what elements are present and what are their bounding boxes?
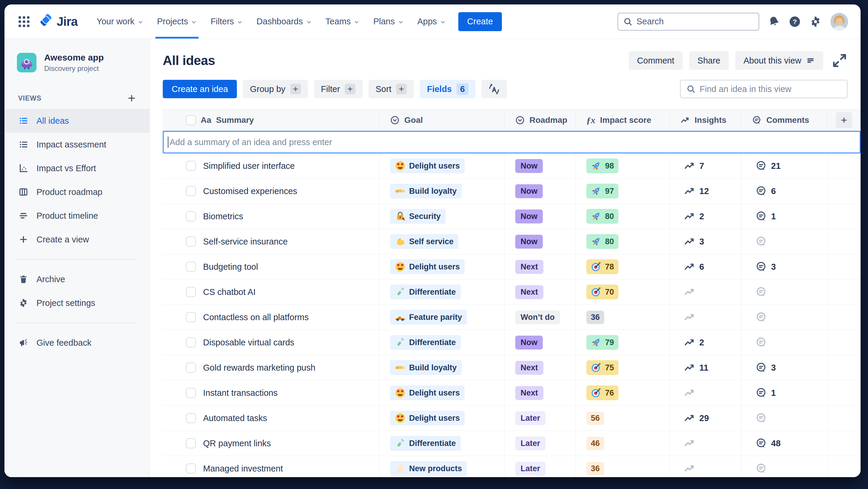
sidebar-view-product-timeline[interactable]: Product timeline: [4, 204, 149, 228]
idea-summary[interactable]: Self-service insurance: [203, 237, 287, 247]
idea-summary[interactable]: Contactless on all platforms: [203, 312, 309, 322]
jira-logo[interactable]: Jira: [38, 14, 78, 29]
idea-summary[interactable]: Biometrics: [203, 211, 243, 221]
row-checkbox[interactable]: [186, 186, 196, 196]
roadmap-chip: Next: [515, 361, 544, 375]
top-navigation-bar: Jira Your work Projects Filters Dashboar…: [4, 4, 861, 39]
egg-emoji: [395, 463, 406, 474]
view-actions: Comment Share About this view: [629, 51, 847, 70]
scatter-chart-icon: [19, 164, 28, 173]
share-button[interactable]: Share: [689, 51, 729, 70]
idea-summary[interactable]: Gold rewards marketing push: [203, 363, 315, 373]
translate-button[interactable]: [482, 80, 507, 98]
sidebar-view-impact-vs-effort[interactable]: Impact vs Effort: [4, 156, 149, 180]
nav-teams[interactable]: Teams: [321, 4, 364, 38]
idea-summary[interactable]: Simplified user interface: [203, 161, 295, 171]
about-this-view-button[interactable]: About this view: [735, 51, 823, 70]
table-row: Instant transactions Delight users Next …: [163, 380, 861, 406]
row-checkbox[interactable]: [186, 211, 196, 221]
sidebar-view-all-ideas[interactable]: All ideas: [4, 109, 149, 133]
insights-count: 29: [699, 413, 709, 423]
goal-chip: Build loyalty: [390, 360, 462, 375]
empty-cell: [827, 280, 861, 305]
roadmap-chip: Now: [515, 209, 543, 224]
empty-cell: [827, 431, 861, 456]
column-header-roadmap[interactable]: Roadmap: [504, 110, 576, 131]
row-checkbox[interactable]: [186, 388, 196, 398]
create-button[interactable]: Create: [458, 12, 502, 31]
row-checkbox[interactable]: [186, 337, 196, 347]
translate-icon: [488, 83, 500, 95]
sidebar-give-feedback[interactable]: Give feedback: [4, 331, 149, 354]
expand-view-icon[interactable]: [832, 53, 847, 68]
column-header-summary[interactable]: Aa Summary: [163, 110, 379, 131]
add-column-button[interactable]: [836, 112, 852, 128]
nav-plans[interactable]: Plans: [369, 4, 408, 38]
row-checkbox[interactable]: [186, 161, 196, 171]
comments-icon: [756, 387, 767, 399]
column-header-comments[interactable]: Comments: [741, 110, 827, 131]
idea-summary[interactable]: Disposable virtual cards: [203, 338, 294, 347]
topbar-right: ?: [618, 13, 848, 31]
add-idea-placeholder: Add a summary of an idea and press enter: [169, 137, 332, 147]
biceps-emoji: [395, 236, 406, 247]
comments-icon: [756, 211, 767, 222]
project-name: Awesome app: [44, 53, 104, 63]
table-body: Simplified user interface Delight users …: [163, 153, 861, 477]
nav-projects[interactable]: Projects: [152, 4, 202, 38]
sidebar-archive[interactable]: Archive: [4, 267, 149, 291]
sidebar-create-a-view[interactable]: Create a view: [4, 228, 149, 251]
idea-summary[interactable]: Budgeting tool: [203, 262, 258, 272]
view-toolbar: Create an idea Group by Filter Sort: [163, 80, 507, 98]
comments-count: 1: [771, 388, 776, 398]
idea-summary[interactable]: Customised experiences: [203, 186, 297, 196]
row-checkbox[interactable]: [186, 262, 196, 272]
idea-summary[interactable]: QR payment links: [203, 438, 271, 448]
row-checkbox[interactable]: [186, 312, 196, 322]
idea-summary[interactable]: Automated tasks: [203, 413, 267, 423]
nav-dashboards[interactable]: Dashboards: [252, 4, 316, 38]
sidebar-view-impact-assesment[interactable]: Impact assesment: [4, 133, 149, 156]
idea-summary[interactable]: CS chatbot AI: [203, 287, 255, 297]
row-checkbox[interactable]: [186, 438, 196, 448]
global-search[interactable]: [618, 13, 759, 31]
column-header-goal[interactable]: Goal: [379, 110, 504, 131]
row-checkbox[interactable]: [186, 463, 196, 473]
app-switcher-icon[interactable]: [18, 15, 31, 28]
group-by-button[interactable]: Group by: [243, 80, 308, 98]
settings-gear-icon[interactable]: [810, 16, 822, 28]
nav-your-work[interactable]: Your work: [92, 4, 148, 38]
nav-apps[interactable]: Apps: [413, 4, 451, 38]
row-checkbox[interactable]: [186, 287, 196, 297]
goal-chip: Differentiate: [390, 335, 461, 350]
find-idea-search[interactable]: [680, 80, 847, 98]
add-idea-input[interactable]: Add a summary of an idea and press enter: [163, 131, 861, 153]
sort-button[interactable]: Sort: [369, 80, 414, 98]
column-header-impact-score[interactable]: ƒx Impact score: [576, 110, 670, 131]
comment-button[interactable]: Comment: [629, 51, 683, 70]
idea-summary[interactable]: Managed investment: [203, 464, 283, 473]
row-checkbox[interactable]: [186, 363, 196, 373]
add-view-icon[interactable]: [127, 93, 136, 103]
global-search-input[interactable]: [637, 17, 753, 26]
insights-icon: [680, 115, 690, 125]
help-icon[interactable]: ?: [789, 16, 801, 28]
table-row: QR payment links Differentiate Later 46 …: [163, 431, 861, 456]
user-avatar[interactable]: [830, 13, 848, 31]
fields-button[interactable]: Fields 6: [420, 80, 475, 98]
notifications-icon[interactable]: [768, 16, 780, 28]
filter-button[interactable]: Filter: [314, 80, 363, 98]
row-checkbox[interactable]: [186, 236, 196, 247]
project-header[interactable]: Awesome app Discovery project: [4, 39, 149, 73]
nav-filters[interactable]: Filters: [206, 4, 248, 38]
sidebar-view-product-roadmap[interactable]: Product roadmap: [4, 180, 149, 204]
column-header-insights[interactable]: Insights: [670, 110, 741, 131]
select-all-checkbox[interactable]: [186, 115, 196, 125]
sidebar-project-settings[interactable]: Project settings: [4, 291, 149, 315]
create-an-idea-button[interactable]: Create an idea: [163, 80, 237, 98]
chevron-down-icon: [398, 19, 404, 25]
roadmap-chip: Later: [515, 411, 546, 425]
find-idea-input[interactable]: [700, 84, 841, 94]
row-checkbox[interactable]: [186, 413, 196, 423]
idea-summary[interactable]: Instant transactions: [203, 388, 277, 398]
